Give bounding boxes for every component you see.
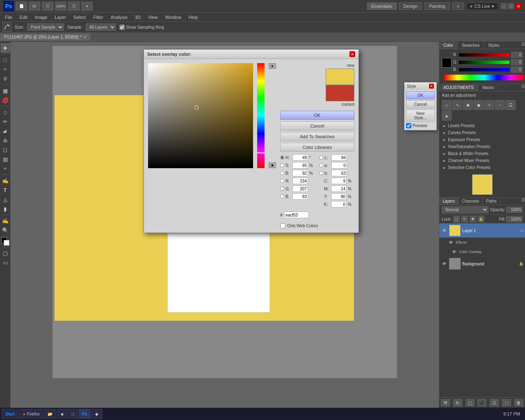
layer-1-visibility[interactable]: 👁 (441, 227, 447, 234)
minimize-btn[interactable]: – (500, 3, 507, 9)
arrange-icon[interactable]: ☷ (68, 2, 80, 11)
quick-mask-btn[interactable]: ▢ (1, 249, 10, 258)
marquee-tool[interactable]: □ (1, 55, 10, 64)
channelmixer-presets[interactable]: ► Channel Mixer Presets (439, 157, 525, 164)
pen-tool[interactable]: ✍ (1, 176, 10, 185)
spectrum-bar[interactable] (444, 75, 524, 80)
maximize-btn[interactable]: □ (508, 3, 514, 9)
design-btn[interactable]: Design (399, 2, 422, 10)
levels-presets[interactable]: ► Levels Presets (439, 122, 525, 129)
layer-style-btn[interactable]: fx (453, 399, 462, 406)
hex-input[interactable] (284, 212, 309, 218)
path-tool[interactable]: ◬ (1, 195, 10, 204)
link-layers-btn[interactable]: ⚒ (441, 399, 450, 406)
only-web-checkbox[interactable] (280, 223, 285, 228)
color-panel-expand[interactable]: ☰ (521, 42, 525, 49)
app3-btn[interactable]: ■ (57, 409, 67, 419)
layer-item-1[interactable]: 👁 Layer 1 fx (439, 224, 525, 238)
essentials-btn[interactable]: Essentials (367, 2, 397, 10)
color-field[interactable] (148, 63, 253, 168)
shape-tool[interactable]: ▮ (1, 204, 10, 213)
layer-1-overlay-eye[interactable]: 👁 (451, 249, 457, 255)
layer-1-effects-eye[interactable]: 👁 (447, 239, 454, 246)
tab-adjustments[interactable]: ADJUSTMENTS (439, 84, 478, 91)
clone-tool[interactable]: ⛸ (1, 126, 10, 135)
l-radio[interactable] (319, 155, 323, 160)
tab-paths[interactable]: Paths (483, 198, 500, 205)
adj-ok-btn[interactable]: OK (406, 91, 435, 99)
b2-radio[interactable] (280, 194, 284, 199)
g-slider[interactable] (459, 61, 509, 64)
menu-view[interactable]: View (145, 14, 161, 21)
r-radio[interactable] (280, 179, 284, 183)
background-visibility[interactable]: 👁 (441, 260, 447, 267)
r-slider[interactable] (459, 53, 509, 57)
more-modes-btn[interactable]: » (452, 2, 464, 10)
lock-transparent-btn[interactable]: ◻ (453, 216, 460, 222)
brush-tool[interactable]: ✏ (1, 117, 10, 126)
huesat-presets[interactable]: ► Hue/Saturation Presets (439, 143, 525, 150)
a-radio[interactable] (319, 163, 323, 167)
bridge-icon[interactable]: Br (29, 2, 40, 11)
size-select[interactable]: Point Sample (27, 23, 64, 31)
add-to-swatches-btn[interactable]: Add To Swatches (280, 132, 354, 141)
sampling-ring-label[interactable]: Show Sampling Ring (119, 25, 164, 30)
curves-icon[interactable]: ∿ (452, 100, 462, 110)
cs-live-btn[interactable]: ● CS Live ▾ (466, 2, 498, 10)
layers-panel-expand[interactable]: ☰ (521, 198, 525, 205)
menu-3d[interactable]: 3D (132, 14, 144, 21)
g-radio[interactable] (280, 187, 284, 191)
selectivecolor-presets[interactable]: ► Selective Color Presets (439, 164, 525, 171)
mini-bridge-icon[interactable]: ☷ (42, 2, 53, 11)
close-btn[interactable]: ✕ (515, 3, 522, 9)
background-color[interactable] (4, 240, 9, 246)
cancel-btn[interactable]: Cancel (280, 121, 354, 130)
screen-mode-btn[interactable]: ▭ (1, 258, 10, 267)
bw-icon[interactable]: ▫ (495, 100, 505, 110)
adjustment-btn[interactable]: ⚫ (477, 399, 486, 406)
tab-color[interactable]: Color (439, 42, 458, 49)
l-input[interactable] (331, 154, 347, 161)
r-input[interactable] (292, 178, 308, 184)
bw-presets[interactable]: ► Black & White Presets (439, 150, 525, 157)
tab-layers[interactable]: Layers (439, 198, 459, 205)
brightness-icon[interactable]: ☼ (442, 100, 452, 110)
color-preview-swatch[interactable] (442, 58, 452, 68)
eyedropper-tool-left[interactable]: 💋 (1, 96, 10, 105)
healing-tool[interactable]: ⍜ (1, 107, 10, 116)
hand-tool[interactable]: ✍ (1, 216, 10, 225)
a-input[interactable] (331, 162, 347, 169)
file-icon[interactable]: 📄 (16, 2, 27, 11)
r-value[interactable] (511, 52, 523, 58)
tab-swatches[interactable]: Swatches (458, 42, 484, 49)
app4-btn[interactable]: □ (68, 409, 78, 419)
eyedropper-tool[interactable] (2, 23, 11, 32)
fill-value[interactable] (506, 216, 523, 222)
menu-image[interactable]: Image (32, 14, 51, 21)
app6-btn[interactable]: ◆ (91, 409, 102, 419)
document-tab[interactable]: P1110497.JPG @ 25% (Layer 1, RGB/8) * ✕ (0, 34, 91, 41)
y-input[interactable] (331, 193, 347, 200)
menu-help[interactable]: Help (185, 14, 201, 21)
s-input[interactable] (292, 162, 308, 169)
ok-btn[interactable]: OK (280, 111, 354, 120)
menu-window[interactable]: Window (162, 14, 185, 21)
extras-icon[interactable]: ▾ (81, 2, 93, 11)
lock-move-btn[interactable]: ✚ (470, 216, 476, 222)
c-input[interactable] (331, 178, 347, 184)
h-radio[interactable] (280, 155, 284, 160)
menu-filter[interactable]: Filter (90, 14, 106, 21)
mask-btn[interactable]: ▢ (466, 399, 475, 406)
blend-mode-select[interactable]: Normal (442, 206, 488, 213)
menu-analysis[interactable]: Analysis (107, 14, 131, 21)
move-tool[interactable]: ✚ (1, 43, 10, 52)
adj-new-style-btn[interactable]: New Style... (406, 110, 435, 122)
gradient-tool[interactable]: ▨ (1, 155, 10, 164)
doc-tab-close[interactable]: ✕ (83, 35, 87, 39)
b-slider[interactable] (459, 68, 509, 71)
color-libraries-btn[interactable]: Color Libraries (280, 143, 354, 152)
layer-item-background[interactable]: 👁 Background 🔒 (439, 257, 525, 271)
history-tool[interactable]: ♶ (1, 136, 10, 145)
painting-btn[interactable]: Painting (425, 2, 450, 10)
text-tool[interactable]: T (1, 185, 10, 194)
